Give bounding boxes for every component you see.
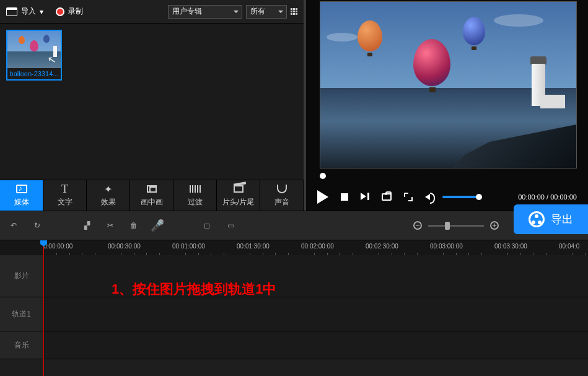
zoom-in-button[interactable]: + [490, 221, 499, 230]
tab-label: 过渡 [188, 197, 203, 208]
track-header-video: 影片 [0, 255, 43, 297]
filter-select-value: 所有 [250, 6, 265, 17]
export-button[interactable]: 导出 [514, 204, 588, 234]
snapshot-button[interactable] [382, 193, 392, 201]
voiceover-button[interactable]: 🎤 [152, 221, 162, 230]
thumbnail-name: balloon-23314... [7, 68, 61, 79]
media-library: ↖ balloon-23314... [0, 24, 304, 180]
import-label[interactable]: 导入 [21, 6, 36, 17]
track-1[interactable]: 轨道1 [0, 297, 588, 331]
preview-scrubber[interactable] [306, 170, 588, 182]
folder-icon [6, 7, 17, 16]
ruler-tick: 00:02:30:00 [366, 243, 398, 250]
tab-label: 效果 [101, 197, 116, 208]
timeline: 0:00:00:0000:00:30:0000:01:00:0000:01:30… [0, 240, 588, 376]
edit-button[interactable]: ▞ [82, 221, 92, 230]
reel-icon [529, 211, 545, 227]
stop-button[interactable] [341, 193, 348, 201]
tab-text[interactable]: T文字 [43, 180, 87, 211]
undo-button[interactable]: ↶ [9, 221, 19, 230]
tab-transition[interactable]: 过渡 [173, 180, 217, 211]
annotation-text: 1、按住图片拖拽到轨道1中 [112, 280, 276, 299]
volume-icon[interactable] [425, 194, 430, 200]
play-button[interactable] [317, 190, 328, 204]
volume-slider[interactable] [442, 196, 480, 198]
record-label[interactable]: 录制 [68, 6, 83, 17]
thumbnail-image: ↖ [7, 31, 61, 68]
media-thumbnail[interactable]: ↖ balloon-23314... [6, 30, 62, 81]
record-icon [56, 7, 64, 16]
tab-bar: 媒体 T文字 ✦效果 画中画 过渡 片头/片尾 声音 [0, 180, 304, 211]
media-topbar: 导入 ▾ 录制 用户专辑 所有 [0, 0, 304, 24]
tab-media[interactable]: 媒体 [0, 180, 43, 211]
preview-panel: 00:00:00 / 00:00:00 [304, 0, 588, 211]
tab-label: 声音 [274, 197, 289, 208]
zoom-out-button[interactable]: − [413, 221, 422, 230]
tab-label: 画中画 [141, 197, 163, 208]
album-select[interactable]: 用户专辑 [168, 5, 242, 19]
ruler-tick: 00:03:30:00 [494, 243, 527, 250]
ruler-tick: 0:00:00:00 [43, 243, 72, 250]
ruler-tick: 00:03:00:00 [430, 243, 463, 250]
tab-label: 片头/片尾 [222, 197, 254, 208]
zoom-controls: − + [413, 221, 499, 230]
tab-label: 媒体 [14, 197, 29, 208]
filter-select[interactable]: 所有 [246, 5, 287, 19]
ruler-tick: 00:01:00:00 [172, 243, 205, 250]
ruler-tick: 00:00:30:00 [108, 243, 141, 250]
tab-pip[interactable]: 画中画 [130, 180, 173, 211]
album-select-value: 用户专辑 [172, 6, 202, 17]
export-label: 导出 [551, 212, 573, 227]
ruler-tick: 00:02:00:00 [301, 243, 334, 250]
step-button[interactable] [361, 193, 369, 201]
zoom-slider[interactable] [428, 225, 484, 227]
tab-title[interactable]: 片头/片尾 [217, 180, 260, 211]
tool-button[interactable]: ▭ [226, 221, 235, 230]
grid-view-icon[interactable] [291, 8, 297, 15]
tab-effect[interactable]: ✦效果 [87, 180, 130, 211]
delete-button[interactable]: 🗑 [129, 221, 139, 230]
preview-timecode: 00:00:00 / 00:00:00 [518, 193, 577, 201]
redo-button[interactable]: ↻ [32, 221, 42, 230]
fullscreen-button[interactable] [404, 193, 413, 201]
track-header-1: 轨道1 [0, 297, 43, 331]
dropdown-caret-icon[interactable]: ▾ [40, 7, 43, 16]
track-video[interactable]: 影片 1、按住图片拖拽到轨道1中 [0, 255, 588, 297]
playhead[interactable] [43, 240, 44, 376]
ruler-tick: 00:01:30:00 [237, 243, 270, 250]
track-music[interactable]: 音乐 [0, 331, 588, 359]
preview-image [320, 1, 577, 168]
crop-button[interactable]: ◻ [202, 221, 212, 230]
cut-button[interactable]: ✂ [105, 221, 115, 230]
timeline-ruler[interactable]: 0:00:00:0000:00:30:0000:01:00:0000:01:30… [0, 240, 588, 255]
ruler-tick: 00:04:0 [559, 243, 579, 250]
tab-label: 文字 [58, 197, 72, 208]
timeline-toolbar: ↶ ↻ ▞ ✂ 🗑 🎤 ◻ ▭ − + [0, 211, 588, 240]
tab-audio[interactable]: 声音 [260, 180, 304, 211]
track-header-music: 音乐 [0, 331, 43, 359]
